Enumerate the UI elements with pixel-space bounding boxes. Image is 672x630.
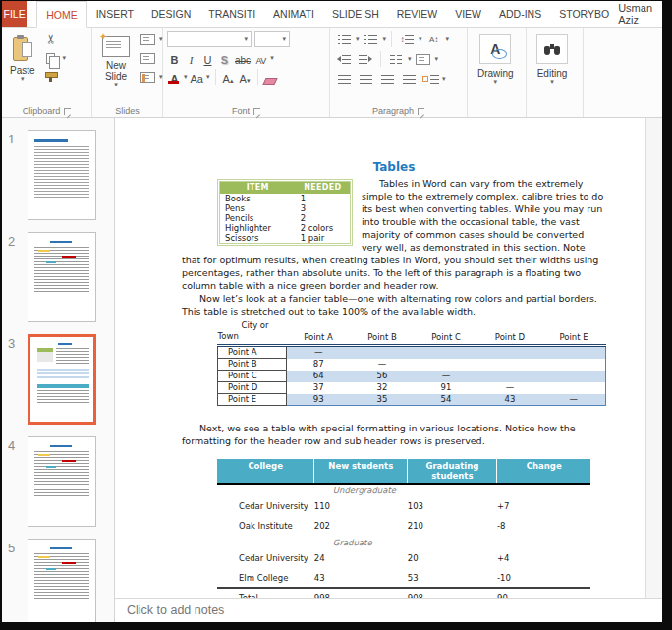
font-size-combobox[interactable]: ▾	[254, 31, 290, 47]
slide-thumbnail-1[interactable]: 1	[8, 130, 114, 220]
clipboard-dialog-launcher[interactable]	[64, 108, 71, 115]
decrease-font-size-button[interactable]: A▾	[238, 69, 252, 85]
caret-down-icon[interactable]: ▾	[63, 55, 67, 61]
section-row: Undergraduate	[217, 484, 590, 496]
slide-editing-area[interactable]: Tables ITEM NEEDED Books1 Pens3	[115, 118, 645, 598]
new-slide-icon: ✦	[102, 36, 130, 57]
align-center-icon	[360, 75, 372, 84]
tab-file[interactable]: FILE	[2, 1, 27, 27]
font-name-combobox[interactable]: ▾	[167, 31, 252, 47]
caret-down-icon[interactable]: ▾	[446, 36, 450, 42]
cut-button[interactable]: ✂	[41, 31, 61, 47]
align-center-button[interactable]	[356, 71, 375, 86]
tab-slideshow[interactable]: SLIDE SH	[323, 1, 388, 27]
paste-button[interactable]: Paste ▾	[6, 31, 39, 85]
bold-button[interactable]: B	[167, 50, 182, 66]
convert-smartart-button[interactable]	[420, 71, 440, 86]
caret-down-icon[interactable]: ▾	[435, 56, 439, 62]
caret-down-icon[interactable]: ▾	[159, 74, 163, 80]
change-case-button[interactable]: Aa	[190, 69, 204, 85]
slide-thumbnail-2[interactable]: 2	[8, 232, 114, 322]
slide-thumbnail-4[interactable]: 4	[8, 436, 114, 527]
slide-4-preview	[32, 441, 91, 522]
tab-storyboarding[interactable]: STORYBO	[550, 1, 618, 27]
tab-insert[interactable]: INSERT	[87, 1, 142, 27]
strikethrough-button[interactable]: abc	[234, 50, 252, 66]
columns-button[interactable]	[386, 51, 406, 67]
numbering-button[interactable]	[362, 31, 381, 47]
new-slide-button[interactable]: ✦ New Slide ▾	[96, 31, 136, 90]
copy-button[interactable]	[41, 50, 61, 66]
numbering-icon	[364, 35, 377, 44]
paragraph-3: Next, we see a table with special format…	[182, 422, 606, 447]
caret-down-icon[interactable]: ▾	[356, 36, 360, 42]
tab-review[interactable]: REVIEW	[388, 1, 446, 27]
tab-addins[interactable]: ADD-INS	[490, 1, 550, 27]
college-table: College New students Graduating students…	[217, 459, 590, 598]
account-name[interactable]: Usman Aziz	[618, 1, 662, 27]
columns-icon	[390, 55, 402, 64]
drawing-button[interactable]: A Drawing ▾	[472, 31, 520, 87]
vertical-scrollbar[interactable]	[645, 118, 662, 598]
table-row: Cedar University110103+7	[217, 496, 590, 516]
increase-indent-icon	[359, 55, 367, 64]
increase-indent-button[interactable]	[356, 51, 375, 67]
tab-design[interactable]: DESIGN	[142, 1, 199, 27]
slide-3-preview	[34, 341, 89, 418]
increase-font-size-button[interactable]: A▴	[221, 69, 236, 85]
underline-button[interactable]: U	[200, 50, 215, 66]
caret-down-icon[interactable]: ▾	[442, 76, 446, 82]
align-left-button[interactable]	[334, 71, 354, 86]
character-spacing-button[interactable]: AV	[253, 50, 268, 66]
italic-button[interactable]: I	[184, 50, 198, 66]
justify-button[interactable]	[399, 71, 419, 86]
align-text-button[interactable]	[414, 51, 433, 67]
slide-thumbnail-3[interactable]: 3	[8, 334, 114, 425]
paragraph-2: Now let’s look at a fancier table—one wi…	[182, 292, 606, 317]
layout-icon	[140, 34, 155, 45]
caret-down-icon[interactable]: ▾	[383, 36, 387, 42]
table-row: Oak Institute202210-8	[217, 516, 590, 536]
reset-button[interactable]	[138, 50, 157, 66]
table-row: Point B87—	[218, 359, 606, 371]
total-row: Total99890890	[217, 588, 590, 598]
section-button[interactable]	[138, 69, 157, 85]
eraser-icon	[262, 78, 277, 85]
notes-panel[interactable]: Click to add notes	[115, 598, 662, 622]
caret-down-icon[interactable]: ▾	[206, 74, 210, 80]
format-painter-button[interactable]	[41, 69, 61, 85]
slide-thumbnail-5[interactable]: 5	[8, 539, 114, 622]
line-spacing-button[interactable]: ↕	[397, 31, 417, 47]
layout-button[interactable]	[138, 31, 157, 47]
editing-button[interactable]: Editing ▾	[531, 31, 574, 87]
decrease-indent-icon	[337, 56, 341, 62]
table-row: Books1	[220, 194, 351, 203]
tab-view[interactable]: VIEW	[446, 1, 490, 27]
align-right-button[interactable]	[377, 71, 397, 86]
caret-down-icon[interactable]: ▾	[184, 74, 188, 80]
caret-down-icon[interactable]: ▾	[270, 55, 274, 61]
caret-down-icon[interactable]: ▾	[408, 56, 412, 62]
paragraph-dialog-launcher[interactable]	[418, 108, 424, 115]
bullets-button[interactable]	[334, 31, 354, 47]
decrease-indent-button[interactable]	[334, 51, 354, 67]
font-color-button[interactable]: A	[167, 69, 182, 85]
table-row: Cedar University2420+4	[217, 548, 590, 568]
text-shadow-button[interactable]: S	[217, 50, 232, 66]
caret-down-icon: ▾	[114, 82, 118, 87]
tab-home[interactable]: HOME	[36, 1, 87, 28]
reset-icon	[140, 53, 155, 64]
tab-animations[interactable]: ANIMATI	[264, 1, 323, 27]
caret-down-icon[interactable]: ▾	[419, 36, 422, 42]
text-direction-button[interactable]: A↕	[424, 31, 444, 47]
item-needed-table: ITEM NEEDED Books1 Pens3 Pencils2 Highli…	[217, 179, 353, 246]
justify-icon	[403, 75, 416, 84]
clear-formatting-button[interactable]	[263, 69, 278, 85]
ribbon-tab-bar: FILE HOME INSERT DESIGN TRANSITI ANIMATI…	[2, 1, 662, 28]
caret-down-icon: ▾	[550, 79, 554, 85]
slide-document: Tables ITEM NEEDED Books1 Pens3	[182, 160, 606, 598]
font-dialog-launcher[interactable]	[253, 108, 260, 115]
tab-transitions[interactable]: TRANSITI	[199, 1, 264, 27]
table-row: Point E93355443—	[218, 394, 606, 406]
caret-down-icon[interactable]: ▾	[159, 36, 163, 42]
